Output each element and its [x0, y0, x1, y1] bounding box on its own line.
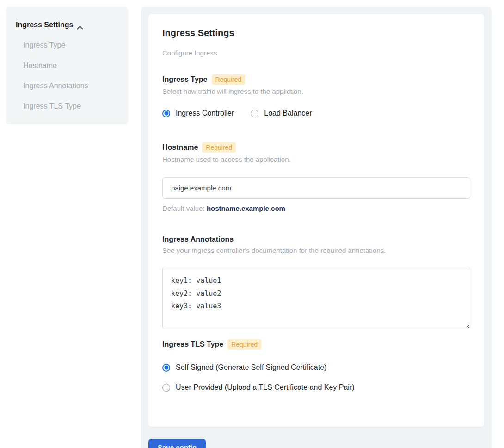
default-value-prefix: Default value:: [162, 204, 207, 212]
section-ingress-tls-type: Ingress TLS Type Required Self Signed (G…: [162, 339, 470, 392]
ingress-tls-type-label: Ingress TLS Type: [162, 340, 223, 349]
sidebar-item-ingress-type[interactable]: Ingress Type: [16, 41, 119, 49]
radio-label: Load Balancer: [264, 109, 312, 117]
required-badge: Required: [212, 74, 246, 85]
save-config-button[interactable]: Save config: [148, 439, 206, 448]
radio-ingress-controller[interactable]: Ingress Controller: [162, 109, 234, 117]
ingress-annotations-textarea[interactable]: key1: value1 key2: value2 key3: value3: [162, 267, 470, 329]
sidebar-item-ingress-annotations[interactable]: Ingress Annotations: [16, 82, 119, 90]
radio-load-balancer[interactable]: Load Balancer: [251, 109, 312, 117]
radio-label: Self Signed (Generate Self Signed Certif…: [176, 363, 326, 372]
sidebar-group-ingress-settings[interactable]: Ingress Settings: [16, 21, 119, 29]
sidebar: Ingress Settings Ingress Type Hostname I…: [6, 7, 128, 124]
radio-icon[interactable]: [162, 364, 170, 372]
sidebar-item-hostname[interactable]: Hostname: [16, 61, 119, 70]
hostname-input[interactable]: [162, 177, 470, 199]
section-ingress-type: Ingress Type Required Select how traffic…: [162, 74, 470, 117]
radio-icon[interactable]: [251, 110, 258, 117]
ingress-annotations-help: See your ingress controller's documentat…: [162, 246, 470, 254]
section-ingress-annotations: Ingress Annotations See your ingress con…: [162, 235, 470, 329]
required-badge: Required: [202, 142, 236, 153]
hostname-default-line: Default value: hostname.example.com: [162, 204, 470, 212]
ingress-type-label: Ingress Type: [162, 75, 208, 84]
ingress-annotations-label: Ingress Annotations: [162, 235, 234, 244]
page-subtitle: Configure Ingress: [162, 49, 470, 57]
sidebar-group-label: Ingress Settings: [16, 21, 73, 29]
radio-icon[interactable]: [162, 110, 170, 117]
default-value-text: hostname.example.com: [207, 204, 285, 212]
required-badge: Required: [227, 339, 261, 350]
radio-label: Ingress Controller: [176, 109, 234, 117]
settings-panel: Ingress Settings Configure Ingress Ingre…: [141, 7, 492, 448]
chevron-up-icon: [77, 23, 83, 27]
page: Ingress Settings Ingress Type Hostname I…: [0, 0, 504, 448]
sidebar-item-ingress-tls-type[interactable]: Ingress TLS Type: [16, 102, 119, 110]
radio-self-signed[interactable]: Self Signed (Generate Self Signed Certif…: [162, 363, 470, 372]
radio-label: User Provided (Upload a TLS Certificate …: [176, 383, 355, 392]
ingress-type-help: Select how traffic will ingress to the a…: [162, 87, 470, 95]
section-hostname: Hostname Required Hostname used to acces…: [162, 142, 470, 212]
radio-user-provided[interactable]: User Provided (Upload a TLS Certificate …: [162, 383, 470, 392]
radio-icon[interactable]: [162, 384, 170, 392]
ingress-settings-card: Ingress Settings Configure Ingress Ingre…: [148, 14, 484, 427]
page-title: Ingress Settings: [162, 28, 470, 38]
hostname-label: Hostname: [162, 143, 198, 152]
hostname-help: Hostname used to access the application.: [162, 155, 470, 163]
